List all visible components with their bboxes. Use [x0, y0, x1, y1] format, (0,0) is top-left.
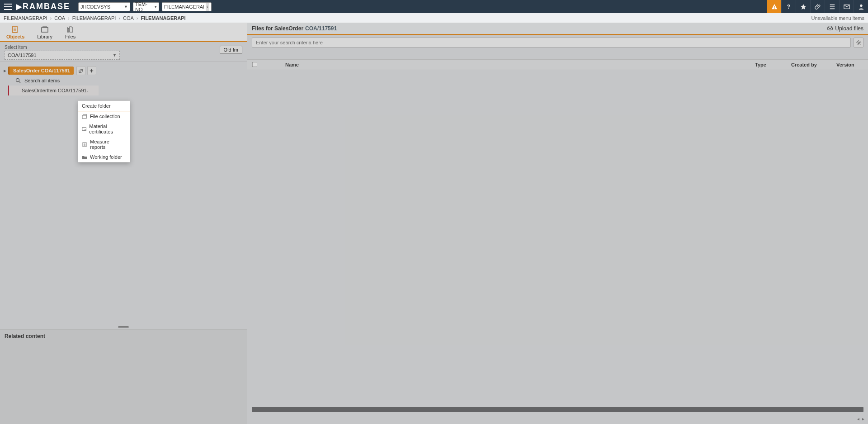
path-tag-close[interactable]: ‹ [206, 3, 210, 11]
help-icon: ? [787, 4, 790, 10]
files-header: Files for SalesOrder COA/117591 Upload f… [247, 23, 868, 35]
certificate-icon [82, 127, 86, 132]
report-icon [82, 142, 87, 147]
pager-next[interactable]: ▸ [862, 416, 864, 421]
svg-point-3 [860, 4, 862, 6]
old-fm-button[interactable]: Old fm [220, 46, 242, 54]
select-item-combo[interactable]: COA/117591 ▼ [5, 51, 120, 60]
left-panel: Objects Library Files Select item COA/11… [0, 23, 247, 424]
svg-point-7 [858, 42, 859, 43]
svg-rect-0 [774, 6, 774, 8]
related-content-title: Related content [5, 333, 242, 339]
left-tabs: Objects Library Files [0, 23, 247, 42]
menu-button[interactable] [0, 0, 16, 13]
ctx-item-label: Measure reports [90, 139, 126, 150]
add-folder-button[interactable] [87, 66, 96, 75]
col-created-by[interactable]: Created by [791, 62, 832, 67]
list-button[interactable] [825, 0, 839, 13]
logo-arrow-icon: ▶ [16, 2, 23, 11]
crumb-2[interactable]: FILEMANAGERAPI [72, 15, 116, 21]
svg-rect-5 [42, 28, 48, 32]
hamburger-icon [4, 4, 12, 10]
tab-library[interactable]: Library [31, 23, 59, 41]
select-item-value: COA/117591 [8, 52, 37, 58]
files-settings-button[interactable] [854, 38, 863, 48]
path-tag-text: FILEMANAGERAPI/COA [164, 4, 204, 10]
create-folder-menu: Create folder File collection Material c… [78, 100, 130, 162]
user-button[interactable] [854, 0, 868, 13]
select-item-area: Select item COA/117591 ▼ Old fm [0, 42, 247, 62]
library-icon [41, 26, 49, 33]
crumb-4: FILEMANAGERAPI [141, 15, 186, 21]
path-tag[interactable]: FILEMANAGERAPI/COA ‹ [162, 2, 212, 11]
caret-down-icon: ▾ [155, 5, 157, 9]
files-title-link[interactable]: COA/117591 [305, 25, 337, 32]
tab-library-label: Library [37, 34, 52, 39]
environment-select[interactable]: JHCDEVSYS ▼ [78, 2, 130, 11]
tree-root-chip: SalesOrder COA/117591 [8, 67, 74, 75]
search-all-items[interactable]: Search all items [4, 76, 243, 86]
search-all-label: Search all items [24, 78, 60, 83]
crumb-0[interactable]: FILEMANAGERAPI [4, 15, 47, 21]
tab-objects[interactable]: Objects [0, 23, 31, 41]
ctx-item-file-collection[interactable]: File collection [78, 111, 130, 121]
tab-files[interactable]: Files [59, 23, 82, 41]
upload-files-button[interactable]: Upload files [827, 25, 863, 32]
mail-button[interactable] [839, 0, 854, 13]
horizontal-scrollbar[interactable] [252, 407, 863, 412]
right-panel: Files for SalesOrder COA/117591 Upload f… [247, 23, 868, 424]
search-icon [15, 78, 21, 83]
locale-select[interactable]: TEM-NO ▾ [133, 2, 159, 11]
crumb-3[interactable]: COA [123, 15, 134, 21]
ctx-item-label: Working folder [90, 154, 122, 160]
ctx-item-material-certificates[interactable]: Material certificates [78, 121, 130, 137]
external-link-icon [78, 68, 83, 73]
svg-point-6 [16, 79, 19, 82]
split-handle[interactable] [0, 326, 247, 329]
ctx-item-working-folder[interactable]: Working folder [78, 152, 130, 162]
tab-files-label: Files [65, 34, 75, 39]
svg-rect-1 [774, 8, 774, 8]
pager: ◂ ▸ [857, 416, 864, 421]
plus-icon [89, 68, 94, 73]
tree-child-item[interactable]: SalesOrderItem COA/117591- [8, 86, 99, 95]
files-grid-header: Name Type Created by Version [247, 59, 868, 70]
ctx-item-label: Material certificates [89, 124, 126, 134]
svg-rect-9 [82, 127, 86, 130]
paperclip-icon [815, 4, 821, 10]
breadcrumb-note[interactable]: Unavailable menu items [811, 15, 864, 21]
svg-rect-8 [82, 115, 86, 119]
alerts-button[interactable] [767, 0, 781, 13]
upload-files-label: Upload files [835, 25, 863, 32]
cloud-upload-icon [827, 26, 833, 31]
files-grid-body: ◂ ▸ [247, 70, 868, 424]
caret-down-icon: ▼ [113, 53, 117, 57]
main-area: Objects Library Files Select item COA/11… [0, 23, 868, 424]
open-external-button[interactable] [76, 66, 85, 75]
crumb-1[interactable]: COA [54, 15, 65, 21]
user-icon [858, 4, 864, 10]
help-button[interactable]: ? [781, 0, 796, 13]
alert-icon [771, 4, 778, 10]
tree-child-label: SalesOrderItem COA/117591- [22, 88, 88, 93]
select-all-checkbox[interactable] [252, 62, 258, 67]
col-version[interactable]: Version [836, 62, 863, 67]
collection-icon [82, 114, 87, 119]
pager-prev[interactable]: ◂ [857, 416, 859, 421]
col-type[interactable]: Type [755, 62, 791, 67]
attachment-button[interactable] [810, 0, 825, 13]
col-name[interactable]: Name [263, 62, 755, 67]
files-search-input[interactable] [252, 38, 851, 48]
caret-down-icon: ▼ [124, 5, 128, 9]
tree-root-node[interactable]: ▸ SalesOrder COA/117591 [4, 66, 243, 76]
tab-objects-label: Objects [6, 34, 24, 39]
topbar: ▶ RAMBASE JHCDEVSYS ▼ TEM-NO ▾ FILEMANAG… [0, 0, 868, 13]
files-search-row [247, 35, 868, 50]
related-content-panel: Related content [0, 329, 247, 424]
breadcrumb: FILEMANAGERAPI › COA › FILEMANAGERAPI › … [0, 13, 868, 23]
ctx-item-measure-reports[interactable]: Measure reports [78, 137, 130, 152]
document-icon [11, 26, 19, 33]
files-icon [66, 26, 75, 33]
favorite-button[interactable] [796, 0, 810, 13]
logo-text: RAMBASE [23, 2, 70, 11]
